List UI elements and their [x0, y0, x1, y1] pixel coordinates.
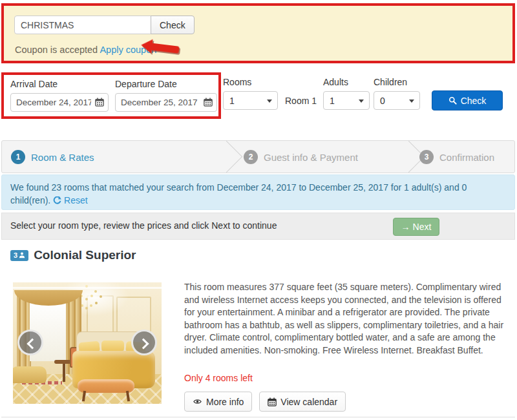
children-select[interactable]: 0 [374, 91, 420, 110]
caret-down-icon [359, 100, 364, 103]
coupon-status-text: Coupon is accepted [15, 45, 100, 55]
caret-down-icon [409, 100, 414, 103]
step-2-badge: 2 [244, 150, 258, 164]
arrival-date-input[interactable] [10, 93, 109, 112]
photo-bench [78, 379, 134, 393]
search-icon [448, 96, 457, 105]
photo-chaise [13, 366, 47, 383]
room-actions: More info View calendar [184, 392, 346, 412]
chevron-left-icon [27, 339, 38, 350]
children-label: Children [374, 77, 407, 87]
person-icon [19, 252, 25, 258]
coupon-status: Coupon is accepted Apply coupon [15, 45, 156, 55]
chevron-right-icon [138, 339, 149, 350]
calendar-icon [204, 98, 213, 107]
next-button[interactable]: → Next [393, 218, 439, 236]
room-description: This room measures 377 square feet (35 s… [184, 281, 509, 357]
view-calendar-button[interactable]: View calendar [259, 392, 346, 412]
view-calendar-label: View calendar [280, 397, 337, 407]
bottom-divider [1, 417, 515, 417]
red-pointer-arrow-icon [140, 37, 189, 61]
room-title: 3 Colonial Superior [10, 248, 136, 262]
more-info-button[interactable]: More info [184, 392, 252, 412]
photo-pillow [101, 341, 124, 352]
step-1-badge: 1 [11, 150, 25, 164]
rooms-select[interactable]: 1 [223, 91, 278, 110]
step-3-label: Confirmation [439, 152, 494, 163]
next-button-label: Next [413, 222, 432, 232]
rooms-left-warning: Only 4 rooms left [184, 373, 253, 383]
arrow-shaft [151, 43, 180, 53]
step-separator [211, 141, 242, 173]
eye-icon [193, 397, 202, 406]
search-check-button[interactable]: Check [432, 90, 503, 110]
caret-down-icon [267, 100, 272, 103]
step-3-badge: 3 [419, 150, 434, 164]
coupon-input[interactable] [14, 16, 151, 34]
carousel-next-button[interactable] [131, 330, 157, 355]
calendar-icon [95, 98, 104, 107]
instruction-text: Select your room type, review the prices… [10, 220, 277, 231]
step-1-label[interactable]: Room & Rates [31, 152, 94, 163]
capacity-number: 3 [14, 252, 17, 259]
search-results-alert: We found 23 rooms that matched your sear… [1, 174, 515, 210]
rooms-label: Rooms [223, 77, 251, 87]
reset-link[interactable]: Reset [64, 195, 88, 205]
children-select-value: 0 [380, 96, 385, 106]
arrival-date-field [10, 93, 109, 112]
booking-page: Check Coupon is accepted Apply coupon Ar… [0, 0, 517, 420]
search-check-label: Check [461, 96, 487, 106]
rooms-select-value: 1 [229, 96, 235, 106]
coupon-panel: Check Coupon is accepted Apply coupon [1, 3, 515, 63]
date-fields-panel: Arrival Date Departure Date [1, 72, 221, 119]
departure-date-field [115, 93, 217, 112]
room-name: Colonial Superior [34, 248, 136, 262]
adults-label: Adults [323, 77, 348, 87]
adults-select-value: 1 [330, 96, 335, 106]
steps-bar: 1 Room & Rates 2 Guest info & Payment 3 … [1, 140, 515, 173]
refresh-icon [53, 196, 61, 205]
step-2-label: Guest info & Payment [264, 152, 358, 163]
instruction-bar: Select your room type, review the prices… [1, 213, 515, 240]
departure-date-label: Departure Date [115, 79, 177, 89]
coupon-check-button[interactable]: Check [151, 16, 195, 34]
room-tab-label: Room 1 [285, 96, 317, 106]
arrival-date-label: Arrival Date [10, 79, 58, 89]
arrow-right-icon: → [401, 222, 410, 232]
calendar-icon [268, 397, 277, 406]
capacity-badge: 3 [10, 250, 28, 261]
adults-select[interactable]: 1 [323, 91, 370, 110]
room-photo-carousel [13, 282, 162, 404]
more-info-label: More info [206, 397, 244, 407]
carousel-prev-button[interactable] [17, 330, 43, 355]
departure-date-input[interactable] [115, 93, 217, 112]
